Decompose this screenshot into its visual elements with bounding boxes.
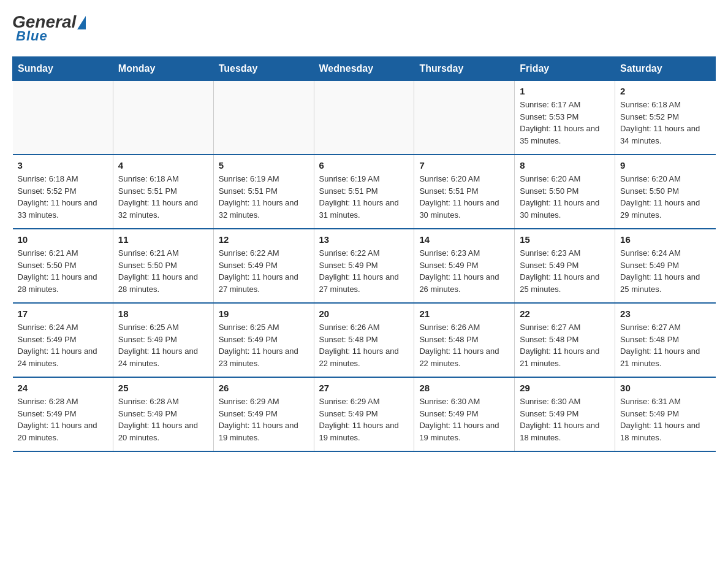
day-number: 13 — [319, 234, 409, 245]
calendar-table: SundayMondayTuesdayWednesdayThursdayFrid… — [12, 56, 716, 452]
day-number: 5 — [219, 160, 309, 170]
calendar-cell: 12Sunrise: 6:22 AM Sunset: 5:49 PM Dayli… — [213, 229, 314, 303]
calendar-cell — [213, 81, 314, 155]
logo-blue-text: Blue — [16, 28, 48, 44]
day-number: 16 — [620, 234, 710, 245]
calendar-cell: 15Sunrise: 6:23 AM Sunset: 5:49 PM Dayli… — [515, 229, 615, 303]
day-number: 18 — [118, 308, 208, 319]
calendar-cell: 30Sunrise: 6:31 AM Sunset: 5:49 PM Dayli… — [615, 377, 716, 451]
calendar-week-row: 10Sunrise: 6:21 AM Sunset: 5:50 PM Dayli… — [13, 229, 716, 303]
calendar-cell: 11Sunrise: 6:21 AM Sunset: 5:50 PM Dayli… — [113, 229, 213, 303]
day-info: Sunrise: 6:24 AM Sunset: 5:49 PM Dayligh… — [620, 247, 710, 295]
calendar-cell: 1Sunrise: 6:17 AM Sunset: 5:53 PM Daylig… — [515, 81, 615, 155]
day-number: 24 — [18, 383, 108, 393]
page-header: General Blue — [12, 12, 716, 44]
day-number: 26 — [219, 383, 309, 393]
day-info: Sunrise: 6:22 AM Sunset: 5:49 PM Dayligh… — [219, 247, 309, 295]
calendar-cell: 16Sunrise: 6:24 AM Sunset: 5:49 PM Dayli… — [615, 229, 716, 303]
day-info: Sunrise: 6:21 AM Sunset: 5:50 PM Dayligh… — [18, 247, 108, 295]
day-number: 25 — [118, 383, 208, 393]
day-info: Sunrise: 6:28 AM Sunset: 5:49 PM Dayligh… — [118, 396, 208, 443]
calendar-week-row: 1Sunrise: 6:17 AM Sunset: 5:53 PM Daylig… — [13, 81, 716, 155]
day-info: Sunrise: 6:26 AM Sunset: 5:48 PM Dayligh… — [419, 321, 509, 369]
day-number: 9 — [620, 160, 710, 170]
column-header-tuesday: Tuesday — [213, 57, 314, 81]
calendar-cell: 19Sunrise: 6:25 AM Sunset: 5:49 PM Dayli… — [213, 303, 314, 377]
day-info: Sunrise: 6:28 AM Sunset: 5:49 PM Dayligh… — [18, 396, 108, 443]
calendar-cell: 26Sunrise: 6:29 AM Sunset: 5:49 PM Dayli… — [213, 377, 314, 451]
day-number: 3 — [18, 160, 108, 170]
day-info: Sunrise: 6:17 AM Sunset: 5:53 PM Dayligh… — [520, 99, 610, 147]
day-number: 2 — [620, 86, 710, 96]
day-info: Sunrise: 6:29 AM Sunset: 5:49 PM Dayligh… — [219, 396, 309, 443]
day-number: 1 — [520, 86, 610, 96]
day-info: Sunrise: 6:22 AM Sunset: 5:49 PM Dayligh… — [319, 247, 409, 295]
day-info: Sunrise: 6:20 AM Sunset: 5:50 PM Dayligh… — [520, 173, 610, 221]
calendar-cell: 21Sunrise: 6:26 AM Sunset: 5:48 PM Dayli… — [414, 303, 515, 377]
day-number: 22 — [520, 308, 610, 319]
calendar-cell: 5Sunrise: 6:19 AM Sunset: 5:51 PM Daylig… — [213, 155, 314, 229]
calendar-cell: 27Sunrise: 6:29 AM Sunset: 5:49 PM Dayli… — [314, 377, 414, 451]
column-header-thursday: Thursday — [414, 57, 515, 81]
day-number: 8 — [520, 160, 610, 170]
day-info: Sunrise: 6:20 AM Sunset: 5:50 PM Dayligh… — [620, 173, 710, 221]
day-number: 21 — [419, 308, 509, 319]
day-number: 30 — [620, 383, 710, 393]
day-info: Sunrise: 6:30 AM Sunset: 5:49 PM Dayligh… — [520, 396, 610, 443]
day-info: Sunrise: 6:26 AM Sunset: 5:48 PM Dayligh… — [319, 321, 409, 369]
column-header-friday: Friday — [515, 57, 615, 81]
calendar-header-row: SundayMondayTuesdayWednesdayThursdayFrid… — [13, 57, 716, 81]
day-info: Sunrise: 6:25 AM Sunset: 5:49 PM Dayligh… — [219, 321, 309, 369]
day-info: Sunrise: 6:29 AM Sunset: 5:49 PM Dayligh… — [319, 396, 409, 443]
calendar-cell — [314, 81, 414, 155]
column-header-wednesday: Wednesday — [314, 57, 414, 81]
day-info: Sunrise: 6:21 AM Sunset: 5:50 PM Dayligh… — [118, 247, 208, 295]
calendar-cell: 4Sunrise: 6:18 AM Sunset: 5:51 PM Daylig… — [113, 155, 213, 229]
column-header-saturday: Saturday — [615, 57, 716, 81]
day-number: 28 — [419, 383, 509, 393]
day-number: 6 — [319, 160, 409, 170]
day-number: 12 — [219, 234, 309, 245]
day-number: 19 — [219, 308, 309, 319]
calendar-cell — [414, 81, 515, 155]
calendar-week-row: 17Sunrise: 6:24 AM Sunset: 5:49 PM Dayli… — [13, 303, 716, 377]
day-info: Sunrise: 6:27 AM Sunset: 5:48 PM Dayligh… — [520, 321, 610, 369]
day-info: Sunrise: 6:18 AM Sunset: 5:52 PM Dayligh… — [18, 173, 108, 221]
calendar-cell: 18Sunrise: 6:25 AM Sunset: 5:49 PM Dayli… — [113, 303, 213, 377]
day-info: Sunrise: 6:27 AM Sunset: 5:48 PM Dayligh… — [620, 321, 710, 369]
calendar-cell: 2Sunrise: 6:18 AM Sunset: 5:52 PM Daylig… — [615, 81, 716, 155]
calendar-cell: 3Sunrise: 6:18 AM Sunset: 5:52 PM Daylig… — [13, 155, 113, 229]
calendar-cell: 8Sunrise: 6:20 AM Sunset: 5:50 PM Daylig… — [515, 155, 615, 229]
day-info: Sunrise: 6:19 AM Sunset: 5:51 PM Dayligh… — [319, 173, 409, 221]
calendar-cell: 28Sunrise: 6:30 AM Sunset: 5:49 PM Dayli… — [414, 377, 515, 451]
calendar-cell: 22Sunrise: 6:27 AM Sunset: 5:48 PM Dayli… — [515, 303, 615, 377]
column-header-monday: Monday — [113, 57, 213, 81]
day-info: Sunrise: 6:23 AM Sunset: 5:49 PM Dayligh… — [520, 247, 610, 295]
calendar-cell — [13, 81, 113, 155]
calendar-week-row: 3Sunrise: 6:18 AM Sunset: 5:52 PM Daylig… — [13, 155, 716, 229]
day-info: Sunrise: 6:25 AM Sunset: 5:49 PM Dayligh… — [118, 321, 208, 369]
day-info: Sunrise: 6:18 AM Sunset: 5:52 PM Dayligh… — [620, 99, 710, 147]
day-number: 27 — [319, 383, 409, 393]
calendar-cell: 6Sunrise: 6:19 AM Sunset: 5:51 PM Daylig… — [314, 155, 414, 229]
logo-triangle-icon — [77, 16, 86, 29]
day-number: 10 — [18, 234, 108, 245]
day-info: Sunrise: 6:18 AM Sunset: 5:51 PM Dayligh… — [118, 173, 208, 221]
day-number: 15 — [520, 234, 610, 245]
day-info: Sunrise: 6:19 AM Sunset: 5:51 PM Dayligh… — [219, 173, 309, 221]
calendar-week-row: 24Sunrise: 6:28 AM Sunset: 5:49 PM Dayli… — [13, 377, 716, 451]
day-info: Sunrise: 6:23 AM Sunset: 5:49 PM Dayligh… — [419, 247, 509, 295]
calendar-cell: 25Sunrise: 6:28 AM Sunset: 5:49 PM Dayli… — [113, 377, 213, 451]
day-info: Sunrise: 6:31 AM Sunset: 5:49 PM Dayligh… — [620, 396, 710, 443]
day-number: 4 — [118, 160, 208, 170]
day-number: 14 — [419, 234, 509, 245]
day-number: 29 — [520, 383, 610, 393]
day-info: Sunrise: 6:20 AM Sunset: 5:51 PM Dayligh… — [419, 173, 509, 221]
calendar-cell: 7Sunrise: 6:20 AM Sunset: 5:51 PM Daylig… — [414, 155, 515, 229]
day-info: Sunrise: 6:24 AM Sunset: 5:49 PM Dayligh… — [18, 321, 108, 369]
calendar-cell: 20Sunrise: 6:26 AM Sunset: 5:48 PM Dayli… — [314, 303, 414, 377]
calendar-cell: 9Sunrise: 6:20 AM Sunset: 5:50 PM Daylig… — [615, 155, 716, 229]
day-number: 11 — [118, 234, 208, 245]
calendar-cell: 13Sunrise: 6:22 AM Sunset: 5:49 PM Dayli… — [314, 229, 414, 303]
calendar-cell: 29Sunrise: 6:30 AM Sunset: 5:49 PM Dayli… — [515, 377, 615, 451]
